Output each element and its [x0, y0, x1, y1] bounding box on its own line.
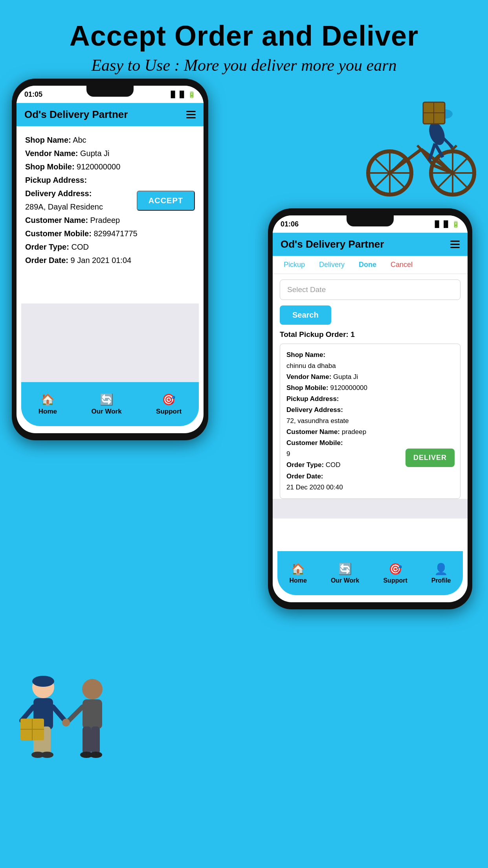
svg-line-34	[53, 707, 65, 721]
phone1-customer-name-row: Customer Name: Pradeep	[25, 213, 195, 227]
p2-delivery-val: 72, vasundhra estate	[286, 416, 454, 427]
p2-customer-mobile-row: Customer Mobile:	[286, 438, 454, 449]
delivery-illustration	[8, 664, 126, 789]
support-icon: 🎯	[162, 393, 176, 406]
svg-rect-41	[91, 726, 100, 754]
svg-point-38	[82, 679, 103, 699]
tab-pickup[interactable]: Pickup	[277, 256, 312, 274]
phone2-nav-profile[interactable]: 👤 Profile	[431, 563, 451, 584]
main-title: Accept Order and Deliver	[0, 20, 488, 52]
phone1-navbar: 🏠 Home 🔄 Our Work 🎯 Support	[21, 382, 199, 426]
p2-mobile-row: Shop Mobile: 9120000000	[286, 383, 454, 394]
phone1-time: 01:05	[24, 90, 42, 99]
phone2-tabs: Pickup Delivery Done Cancel	[273, 256, 468, 274]
phone1-menu-icon[interactable]	[186, 111, 196, 118]
phone1-nav-support[interactable]: 🎯 Support	[156, 393, 182, 416]
phone1-mobile-row: Shop Mobile: 9120000000	[25, 160, 195, 173]
phone1-order-type-row: Order Type: COD	[25, 240, 195, 254]
phone1-appbar: Od's Delivery Partner	[17, 103, 204, 126]
svg-rect-40	[83, 726, 91, 754]
subtitle: Easy to Use : More you deliver more you …	[0, 56, 488, 75]
p2-vendor-row: Vendor Name: Gupta Ji	[286, 371, 454, 383]
phone2-menu-icon[interactable]	[450, 241, 460, 248]
p2-order-date-row: Order Date:	[286, 471, 454, 482]
phone1-order-content: Shop Name: Abc Vendor Name: Gupta Ji Sho…	[17, 126, 204, 274]
phone1-customer-mobile-row: Customer Mobile: 8299471775	[25, 227, 195, 240]
cyclist-illustration	[366, 86, 476, 204]
svg-point-27	[32, 676, 54, 687]
phone2-time: 01:06	[281, 220, 299, 228]
phone2-notch	[347, 215, 394, 226]
phone1-delivery-row: Delivery Address: 289A, Dayal Residenc A…	[25, 187, 195, 213]
phone1-nav-ourwork[interactable]: 🔄 Our Work	[91, 393, 121, 416]
phone1-notch	[86, 86, 134, 97]
accept-button[interactable]: ACCEPT	[137, 191, 195, 211]
phone1-app-title: Od's Delivery Partner	[24, 108, 128, 121]
phone2-app-title: Od's Delivery Partner	[281, 238, 384, 250]
phone1-pickup-row: Pickup Address:	[25, 173, 195, 187]
phone2-navbar: 🏠 Home 🔄 Our Work 🎯 Support 👤 Profile	[277, 551, 463, 595]
date-input[interactable]: Select Date	[280, 280, 460, 300]
home-icon: 🏠	[41, 393, 55, 406]
svg-line-44	[69, 707, 83, 721]
total-order-label: Total Pickup Order: 1	[280, 330, 460, 339]
p2-customer-name-row: Customer Name: pradeep	[286, 427, 454, 438]
phone1-order-date-row: Order Date: 9 Jan 2021 01:04	[25, 254, 195, 267]
phone2-body: Select Date Search Total Pickup Order: 1…	[273, 274, 468, 524]
p2-delivery-row: Delivery Address:	[286, 405, 454, 416]
phone1-nav-home[interactable]: 🏠 Home	[39, 393, 57, 416]
p2-pickup-row: Pickup Address:	[286, 394, 454, 405]
svg-point-43	[90, 752, 102, 758]
phone2-nav-home[interactable]: 🏠 Home	[289, 563, 306, 584]
profile-icon: 👤	[434, 563, 448, 576]
home2-icon: 🏠	[291, 563, 305, 576]
phone2-order-card: Shop Name: chinnu da dhaba Vendor Name: …	[280, 344, 460, 499]
phone2-appbar: Od's Delivery Partner	[273, 233, 468, 256]
svg-line-33	[22, 707, 33, 721]
page-header: Accept Order and Deliver Easy to Use : M…	[0, 0, 488, 75]
tab-cancel[interactable]: Cancel	[383, 256, 420, 274]
phone1-shop-name-row: Shop Name: Abc	[25, 133, 195, 147]
phone2: 01:06 ▐▌▐▌ 🔋 Od's Delivery Partner Picku…	[268, 208, 472, 609]
phone1-status-icons: ▐▌▐▌ 🔋	[169, 91, 196, 98]
phone2-nav-ourwork[interactable]: 🔄 Our Work	[331, 563, 360, 584]
phone2-gray-area	[273, 499, 468, 519]
svg-point-32	[41, 752, 53, 758]
phone2-nav-support[interactable]: 🎯 Support	[383, 563, 407, 584]
p2-shop-name-val: chinnu da dhaba	[286, 360, 454, 371]
phone1-gray-area	[21, 303, 199, 382]
tab-delivery[interactable]: Delivery	[312, 256, 352, 274]
p2-order-date-val: 21 Dec 2020 00:40	[286, 482, 454, 493]
p2-shop-name-row: Shop Name:	[286, 349, 454, 360]
phone1-vendor-row: Vendor Name: Gupta Ji	[25, 147, 195, 160]
svg-line-16	[417, 145, 421, 149]
support2-icon: 🎯	[389, 563, 402, 576]
phone1: 01:05 ▐▌▐▌ 🔋 Od's Delivery Partner Shop …	[12, 79, 208, 440]
phone2-status-icons: ▐▌▐▌ 🔋	[433, 221, 460, 228]
deliver-button[interactable]: DELIVER	[405, 449, 455, 467]
svg-rect-39	[83, 699, 102, 729]
tab-done[interactable]: Done	[352, 256, 383, 274]
ourwork2-icon: 🔄	[338, 563, 352, 576]
ourwork-icon: 🔄	[100, 393, 114, 406]
search-button[interactable]: Search	[280, 305, 331, 325]
svg-point-45	[62, 719, 70, 726]
